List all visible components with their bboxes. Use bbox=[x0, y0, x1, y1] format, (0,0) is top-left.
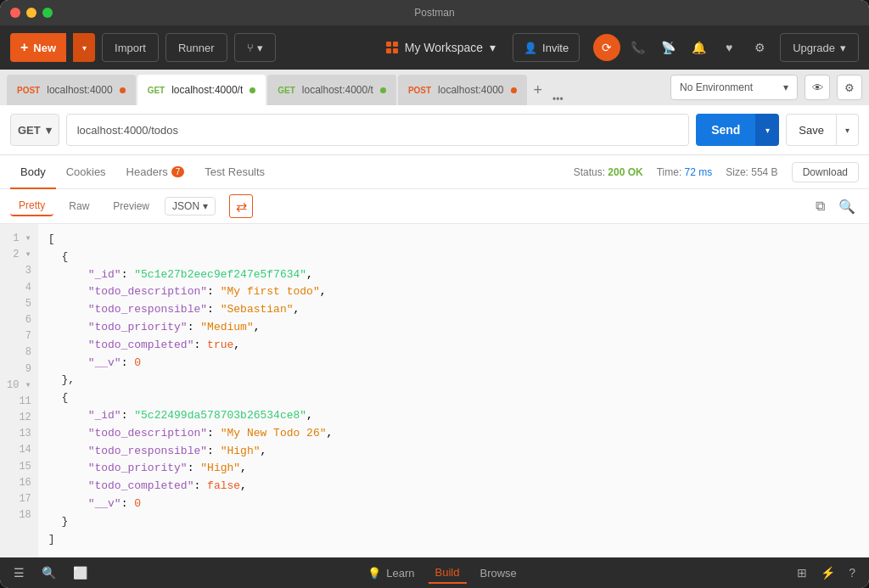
sync-button[interactable]: ⟳ bbox=[593, 34, 620, 61]
runner-icon[interactable]: ⚡ bbox=[817, 563, 838, 583]
save-button-group: Save ▾ bbox=[786, 114, 859, 146]
close-button[interactable] bbox=[10, 8, 20, 18]
env-dropdown-icon: ▾ bbox=[783, 81, 788, 93]
resp-tab-test-results[interactable]: Test Results bbox=[194, 155, 275, 189]
learn-icon: 💡 bbox=[367, 567, 381, 580]
workspace-icon bbox=[386, 42, 398, 53]
response-status: Status: 200 OK Time: 72 ms Size: 554 B D… bbox=[574, 162, 859, 182]
upgrade-arrow: ▾ bbox=[840, 42, 846, 54]
send-dropdown[interactable]: ▾ bbox=[755, 114, 779, 146]
tab-dot-1 bbox=[249, 87, 255, 93]
tab-dot-2 bbox=[380, 87, 386, 93]
tab-method-3: POST bbox=[408, 86, 431, 95]
code-content: [ { "_id": "5c1e27b2eec9ef247e5f7634", "… bbox=[38, 224, 869, 557]
status-code: 200 OK bbox=[608, 166, 642, 178]
build-tab[interactable]: Build bbox=[429, 563, 467, 584]
eye-button[interactable]: 👁 bbox=[805, 75, 830, 100]
format-type-select[interactable]: JSON ▾ bbox=[165, 197, 216, 216]
bottom-right: ⊞ ⚡ ? bbox=[793, 563, 859, 583]
tab-url-3: localhost:4000 bbox=[438, 84, 503, 96]
response-tabs: Body Cookies Headers 7 Test Results Stat… bbox=[0, 155, 869, 189]
line-numbers: 1 ▾ 2 ▾ 3 4 5 6 7 8 9 10 ▾ 11 12 13 14 1… bbox=[0, 224, 38, 557]
response-area: Body Cookies Headers 7 Test Results Stat… bbox=[0, 155, 869, 557]
resp-tab-cookies[interactable]: Cookies bbox=[56, 155, 116, 189]
headers-badge: 7 bbox=[171, 166, 185, 177]
new-button[interactable]: + New bbox=[10, 33, 66, 62]
workspace-button[interactable]: My Workspace ▾ bbox=[376, 33, 506, 62]
user-icon: 👤 bbox=[524, 42, 537, 54]
minimize-button[interactable] bbox=[26, 8, 36, 18]
sidebar-toggle[interactable]: ☰ bbox=[10, 563, 28, 583]
search-icon[interactable]: 🔍 bbox=[835, 195, 859, 218]
tab-url-0: localhost:4000 bbox=[47, 84, 112, 96]
format-tab-pretty[interactable]: Pretty bbox=[10, 196, 53, 216]
toolbar-icons: ⟳ 📞 📡 🔔 ♥ ⚙ bbox=[593, 34, 773, 61]
tab-1[interactable]: GET localhost:4000/t bbox=[137, 75, 266, 105]
tab-3[interactable]: POST localhost:4000 bbox=[398, 75, 527, 105]
fork-icon: ⑂ bbox=[247, 42, 254, 54]
invite-button[interactable]: 👤 Invite bbox=[513, 33, 580, 62]
search-bottom-icon[interactable]: 🔍 bbox=[38, 563, 59, 583]
comment-button[interactable]: 📞 bbox=[624, 34, 651, 61]
fork-arrow: ▾ bbox=[257, 42, 263, 54]
help-icon[interactable]: ? bbox=[845, 563, 859, 583]
format-tab-preview[interactable]: Preview bbox=[104, 197, 158, 216]
app-window: Postman + New ▾ Import Runner ⑂ ▾ My Wor… bbox=[0, 0, 869, 588]
main-toolbar: + New ▾ Import Runner ⑂ ▾ My Workspace ▾… bbox=[0, 25, 869, 70]
bottom-bar: ☰ 🔍 ⬜ 💡 Learn Build Browse ⊞ ⚡ ? bbox=[0, 557, 869, 588]
heart-button[interactable]: ♥ bbox=[715, 34, 743, 61]
fork-button[interactable]: ⑂ ▾ bbox=[234, 33, 276, 62]
tab-method-2: GET bbox=[278, 86, 295, 95]
send-button[interactable]: Send bbox=[696, 114, 755, 146]
more-tabs-button[interactable]: ••• bbox=[549, 93, 567, 105]
code-area: 1 ▾ 2 ▾ 3 4 5 6 7 8 9 10 ▾ 11 12 13 14 1… bbox=[0, 224, 869, 557]
tab-0[interactable]: POST localhost:4000 bbox=[7, 75, 136, 105]
maximize-button[interactable] bbox=[42, 8, 53, 18]
request-bar: GET ▾ Send ▾ Save ▾ bbox=[0, 105, 869, 155]
upgrade-button[interactable]: Upgrade ▾ bbox=[780, 33, 859, 62]
traffic-lights bbox=[10, 8, 53, 18]
settings-button[interactable]: ⚙ bbox=[746, 34, 773, 61]
environment-select[interactable]: No Environment ▾ bbox=[670, 75, 798, 100]
tab-bar: POST localhost:4000 GET localhost:4000/t… bbox=[0, 70, 869, 105]
download-button[interactable]: Download bbox=[792, 162, 859, 182]
environment-section: No Environment ▾ 👁 ⚙ bbox=[670, 75, 862, 105]
resp-tab-body[interactable]: Body bbox=[10, 155, 56, 189]
tab-method-0: POST bbox=[17, 86, 40, 95]
learn-tab[interactable]: 💡 Learn bbox=[361, 563, 421, 583]
format-bar: Pretty Raw Preview JSON ▾ ⇄ ⧉ 🔍 bbox=[0, 189, 869, 224]
format-tab-raw[interactable]: Raw bbox=[60, 197, 98, 216]
tab-method-1: GET bbox=[148, 86, 165, 95]
bottom-nav: 💡 Learn Build Browse bbox=[361, 563, 524, 584]
format-icons-right: ⧉ 🔍 bbox=[812, 195, 859, 218]
tab-url-2: localhost:4000/t bbox=[302, 84, 373, 96]
window-title: Postman bbox=[414, 7, 454, 19]
resp-tab-headers[interactable]: Headers 7 bbox=[116, 155, 195, 189]
add-tab-button[interactable]: + bbox=[529, 75, 548, 105]
copy-icon[interactable]: ⧉ bbox=[812, 195, 828, 218]
plus-icon: + bbox=[20, 40, 28, 55]
env-settings-button[interactable]: ⚙ bbox=[837, 75, 862, 100]
method-select[interactable]: GET ▾ bbox=[10, 114, 59, 146]
tab-dot-3 bbox=[511, 87, 517, 93]
wrap-icon[interactable]: ⇄ bbox=[229, 194, 253, 218]
console-icon[interactable]: ⬜ bbox=[70, 563, 91, 583]
new-dropdown-arrow[interactable]: ▾ bbox=[73, 33, 95, 62]
import-button[interactable]: Import bbox=[102, 33, 159, 62]
method-arrow: ▾ bbox=[46, 124, 52, 137]
format-dropdown-icon: ▾ bbox=[203, 200, 208, 212]
response-size: 554 B bbox=[751, 166, 777, 178]
tab-url-1: localhost:4000/t bbox=[171, 84, 243, 96]
url-input[interactable] bbox=[66, 114, 689, 146]
layout-icon[interactable]: ⊞ bbox=[793, 563, 810, 583]
tab-2[interactable]: GET localhost:4000/t bbox=[267, 75, 396, 105]
response-time: 72 ms bbox=[685, 166, 713, 178]
save-button[interactable]: Save bbox=[786, 114, 837, 146]
browse-tab[interactable]: Browse bbox=[474, 563, 524, 583]
send-button-group: Send ▾ bbox=[696, 114, 779, 146]
radio-button[interactable]: 📡 bbox=[654, 34, 681, 61]
tab-dot-0 bbox=[120, 87, 126, 93]
save-dropdown[interactable]: ▾ bbox=[837, 114, 859, 146]
bell-button[interactable]: 🔔 bbox=[685, 34, 712, 61]
runner-button[interactable]: Runner bbox=[165, 33, 227, 62]
